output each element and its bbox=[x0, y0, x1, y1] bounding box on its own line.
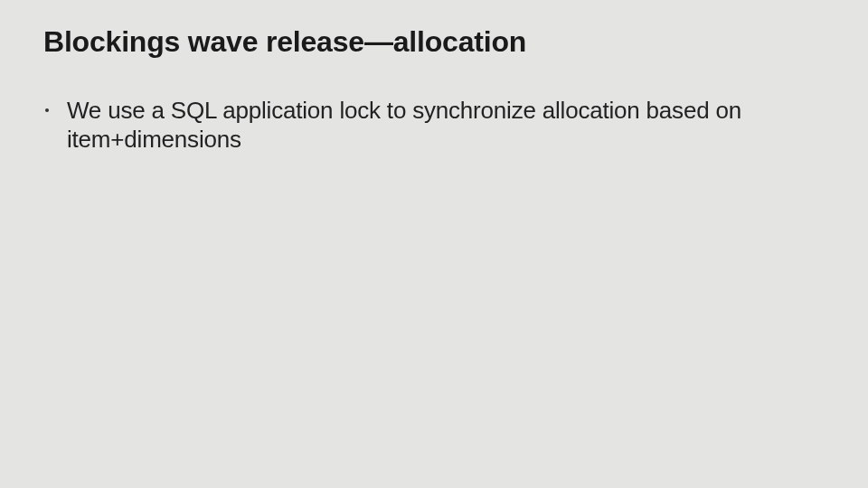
list-item: We use a SQL application lock to synchro… bbox=[63, 97, 805, 154]
bullet-list: We use a SQL application lock to synchro… bbox=[43, 97, 825, 154]
slide-title: Blockings wave release—allocation bbox=[43, 25, 825, 59]
bullet-icon bbox=[45, 108, 49, 112]
slide: Blockings wave release—allocation We use… bbox=[0, 0, 868, 488]
bullet-text: We use a SQL application lock to synchro… bbox=[67, 97, 741, 153]
